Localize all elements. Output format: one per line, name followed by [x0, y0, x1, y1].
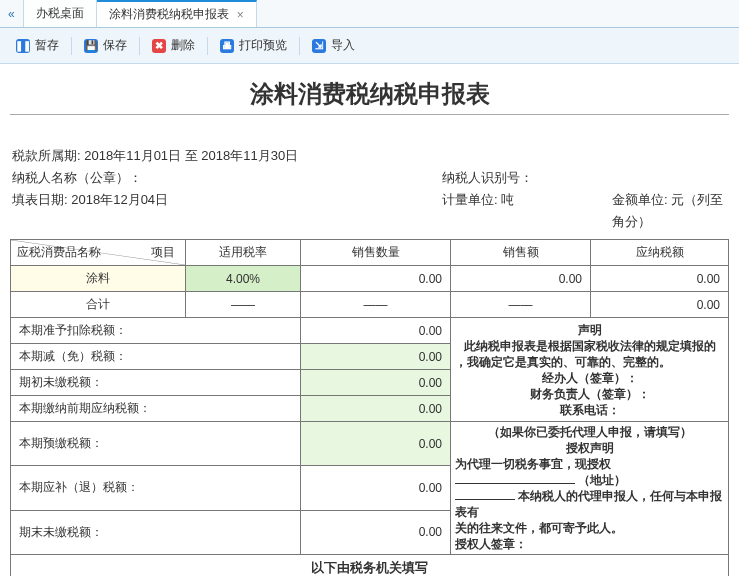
fill-date-label: 填表日期:	[12, 192, 68, 207]
delete-button[interactable]: ✖ 删除	[146, 34, 201, 57]
cell-sum-rate: ——	[186, 292, 301, 318]
blank-line	[455, 499, 515, 500]
page-title: 涂料消费税纳税申报表	[10, 78, 729, 110]
footer-title: 以下由税务机关填写	[11, 555, 729, 577]
declaration-2: （如果你已委托代理人申报，请填写） 授权声明 为代理一切税务事宜，现授权 （地址…	[451, 422, 729, 555]
payer-name-label: 纳税人名称（公章）：	[12, 170, 142, 185]
tab-desktop[interactable]: 办税桌面	[23, 0, 97, 27]
separator	[139, 37, 140, 55]
separator	[71, 37, 72, 55]
tab-bar: « 办税桌面 涂料消费税纳税申报表 ×	[0, 0, 739, 28]
period-value: 2018年11月01日 至 2018年11月30日	[84, 148, 298, 163]
header-tax: 应纳税额	[591, 240, 729, 266]
line-value[interactable]: 0.00	[301, 344, 451, 370]
unit-value: 吨	[501, 192, 514, 207]
table-row: 涂料 4.00% 0.00 0.00 0.00	[11, 266, 729, 292]
delete-icon: ✖	[152, 39, 166, 53]
fill-date-value: 2018年12月04日	[71, 192, 168, 207]
money-label: 金额单位:	[612, 192, 668, 207]
tab-label: 涂料消费税纳税申报表	[109, 6, 229, 23]
tab-label: 办税桌面	[36, 5, 84, 22]
blank-line	[455, 483, 575, 484]
save-icon: 💾	[84, 39, 98, 53]
header-diagonal: 项目 应税消费品名称	[11, 240, 186, 266]
toolbar: ❚❚ 暂存 💾 保存 ✖ 删除 🖶 打印预览 ⇲ 导入	[0, 28, 739, 64]
tab-declaration-form[interactable]: 涂料消费税纳税申报表 ×	[97, 0, 257, 27]
cell-sum-amt: ——	[451, 292, 591, 318]
line-label: 本期预缴税额：	[11, 422, 301, 466]
line-row: 本期准予扣除税额： 0.00 声明 此纳税申报表是根据国家税收法律的规定填报的 …	[11, 318, 729, 344]
line-row: 本期预缴税额： 0.00 （如果你已委托代理人申报，请填写） 授权声明 为代理一…	[11, 422, 729, 466]
declaration-table: 项目 应税消费品名称 适用税率 销售数量 销售额 应纳税额 涂料 4.00% 0…	[10, 239, 729, 576]
line-value: 0.00	[301, 318, 451, 344]
table-row-sum: 合计 —— —— —— 0.00	[11, 292, 729, 318]
line-label: 本期应补（退）税额：	[11, 466, 301, 510]
import-icon: ⇲	[312, 39, 326, 53]
header-product: 应税消费品名称	[17, 244, 101, 261]
header-item: 项目	[151, 244, 175, 261]
header-qty: 销售数量	[301, 240, 451, 266]
declaration-1: 声明 此纳税申报表是根据国家税收法律的规定填报的 ，我确定它是真实的、可靠的、完…	[451, 318, 729, 422]
cell-item-name[interactable]: 涂料	[11, 266, 186, 292]
separator	[207, 37, 208, 55]
line-value[interactable]: 0.00	[301, 396, 451, 422]
line-label: 期初未缴税额：	[11, 370, 301, 396]
title-underline	[10, 114, 729, 115]
close-icon[interactable]: ×	[237, 8, 244, 22]
cell-sum-qty: ——	[301, 292, 451, 318]
line-label: 本期准予扣除税额：	[11, 318, 301, 344]
line-label: 本期减（免）税额：	[11, 344, 301, 370]
header-rate: 适用税率	[186, 240, 301, 266]
cell-item-qty: 0.00	[301, 266, 451, 292]
period-label: 税款所属期:	[12, 148, 81, 163]
pause-button[interactable]: ❚❚ 暂存	[10, 34, 65, 57]
cell-item-amt: 0.00	[451, 266, 591, 292]
separator	[299, 37, 300, 55]
pause-icon: ❚❚	[16, 39, 30, 53]
print-preview-button[interactable]: 🖶 打印预览	[214, 34, 293, 57]
line-value[interactable]: 0.00	[301, 370, 451, 396]
line-label: 本期缴纳前期应纳税额：	[11, 396, 301, 422]
import-button[interactable]: ⇲ 导入	[306, 34, 361, 57]
print-icon: 🖶	[220, 39, 234, 53]
tabs-scroll-left[interactable]: «	[0, 0, 23, 27]
line-label: 期末未缴税额：	[11, 510, 301, 554]
form-content: 涂料消费税纳税申报表 税款所属期: 2018年11月01日 至 2018年11月…	[0, 78, 739, 576]
line-value[interactable]: 0.00	[301, 422, 451, 466]
save-button[interactable]: 💾 保存	[78, 34, 133, 57]
line-value: 0.00	[301, 466, 451, 510]
payer-id-label: 纳税人识别号：	[442, 170, 533, 185]
cell-sum-tax: 0.00	[591, 292, 729, 318]
cell-sum-name: 合计	[11, 292, 186, 318]
unit-label: 计量单位:	[442, 192, 498, 207]
header-amt: 销售额	[451, 240, 591, 266]
cell-item-rate[interactable]: 4.00%	[186, 266, 301, 292]
meta-block: 税款所属期: 2018年11月01日 至 2018年11月30日 纳税人名称（公…	[10, 145, 729, 233]
line-value: 0.00	[301, 510, 451, 554]
cell-item-tax: 0.00	[591, 266, 729, 292]
